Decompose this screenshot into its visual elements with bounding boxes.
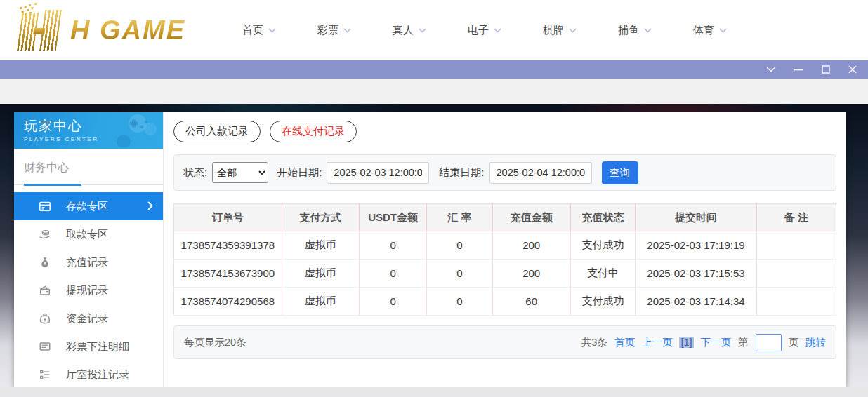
col-remark: 备 注: [756, 204, 836, 231]
chevron-down-icon: [719, 28, 727, 33]
first-page-link[interactable]: 首页: [614, 336, 635, 349]
sidebar-section-finance: 财务中心: [14, 149, 163, 185]
sidebar-item-label: 彩票下注明细: [66, 340, 129, 354]
cell-pay-method: 虚拟币: [282, 288, 359, 316]
window-dropdown-icon[interactable]: [766, 67, 776, 72]
jump-prefix-label: 第: [738, 336, 749, 349]
query-button[interactable]: 查询: [602, 161, 638, 184]
chevron-down-icon: [343, 28, 351, 33]
window-maximize-icon[interactable]: [822, 65, 830, 74]
sidebar-item-funds-record[interactable]: 资金记录: [14, 304, 163, 332]
sidebar-item-deposit-zone[interactable]: 存款专区: [14, 192, 163, 220]
cell-recharge-status: 支付成功: [570, 288, 635, 316]
cell-remark: [756, 260, 836, 288]
cell-usdt-amount: 0: [360, 260, 427, 288]
cell-recharge-amount: 200: [492, 260, 570, 288]
sidebar-item-label: 充值记录: [66, 256, 108, 269]
nav-item-live[interactable]: 真人: [393, 24, 426, 37]
cell-pay-method: 虚拟币: [282, 260, 359, 288]
chevron-down-icon: [268, 28, 276, 33]
col-recharge-status: 充值状态: [570, 204, 635, 231]
tab-online-payment-record[interactable]: 在线支付记录: [270, 121, 357, 142]
cell-recharge-status: 支付成功: [570, 231, 635, 260]
jump-link[interactable]: 跳转: [805, 336, 826, 349]
player-center-panel: 玩家中心 PLAYERS CENTER 财务中心 存款专区 取款专区: [14, 112, 846, 387]
page-background: 玩家中心 PLAYERS CENTER 财务中心 存款专区 取款专区: [0, 104, 868, 397]
cell-usdt-amount: 0: [360, 231, 427, 260]
cell-submit-time: 2025-02-03 17:14:34: [636, 288, 757, 316]
col-submit-time: 提交时间: [636, 204, 757, 231]
cell-pay-method: 虚拟币: [282, 231, 359, 260]
status-select[interactable]: 全部: [212, 162, 268, 183]
sidebar-item-recharge-record[interactable]: 充值记录: [14, 248, 163, 276]
site-header: H GAME 首页 彩票 真人 电子 棋牌: [0, 0, 868, 60]
next-page-link[interactable]: 下一页: [701, 336, 732, 349]
sidebar-item-lottery-bet-detail[interactable]: 彩票下注明细: [14, 332, 163, 361]
sidebar-item-withdrawal-record[interactable]: 提现记录: [14, 276, 163, 304]
sidebar: 玩家中心 PLAYERS CENTER 财务中心 存款专区 取款专区: [14, 112, 164, 387]
start-date-input[interactable]: [327, 162, 429, 184]
sidebar-item-hall-bet-record[interactable]: 厅室投注记录: [14, 361, 163, 389]
nav-label: 彩票: [317, 24, 338, 37]
table-row: 1738574074290568 虚拟币 0 0 60 支付成功 2025-02…: [174, 288, 836, 316]
brand-logo[interactable]: H GAME: [15, 10, 202, 51]
current-page-indicator: [1]: [679, 337, 693, 348]
col-pay-method: 支付方式: [282, 204, 359, 231]
ticket-list-icon: [39, 340, 51, 353]
cell-rate: 0: [427, 288, 492, 316]
nav-item-home[interactable]: 首页: [242, 24, 276, 37]
nav-label: 棋牌: [543, 24, 564, 37]
record-tabs: 公司入款记录 在线支付记录: [173, 121, 836, 142]
table-row: 1738574153673900 虚拟币 0 0 200 支付中 2025-02…: [174, 260, 836, 288]
jump-suffix-label: 页: [789, 336, 799, 349]
page-jump-input[interactable]: [756, 334, 782, 351]
chevron-down-icon: [494, 28, 501, 33]
cell-order-no: 1738574153673900: [174, 260, 282, 288]
nav-item-cards[interactable]: 棋牌: [543, 24, 577, 37]
sidebar-header: 玩家中心 PLAYERS CENTER: [14, 112, 163, 149]
gamepad-icon: [96, 114, 159, 147]
cell-remark: [756, 288, 836, 316]
app-window: H GAME 首页 彩票 真人 电子 棋牌: [0, 0, 868, 397]
list-bullets-icon: [39, 368, 51, 381]
nav-item-sports[interactable]: 体育: [693, 24, 727, 37]
cell-rate: 0: [427, 231, 492, 260]
cell-submit-time: 2025-02-03 17:19:19: [636, 231, 757, 260]
window-minimize-icon[interactable]: [794, 69, 803, 71]
cell-order-no: 1738574359391378: [174, 231, 282, 260]
purse-icon: [39, 312, 51, 325]
chevron-down-icon: [569, 28, 577, 33]
start-date-label: 开始日期:: [277, 166, 322, 180]
logo-h-icon: [13, 10, 63, 51]
logo-text: H GAME: [70, 15, 185, 46]
pagination-bar: 每页显示20条 共3条 首页 上一页 [1] 下一页 第 页 跳转: [173, 325, 836, 359]
cell-recharge-status: 支付中: [570, 260, 635, 288]
sidebar-item-label: 提现记录: [66, 284, 108, 297]
nav-item-fishing[interactable]: 捕鱼: [618, 24, 652, 37]
window-close-icon[interactable]: [848, 65, 857, 74]
col-order-no: 订单号: [174, 204, 282, 231]
nav-item-lottery[interactable]: 彩票: [317, 24, 351, 37]
prev-page-link[interactable]: 上一页: [642, 336, 673, 349]
col-usdt-amount: USDT金额: [360, 204, 427, 231]
nav-label: 体育: [693, 24, 714, 37]
end-date-input[interactable]: [489, 162, 592, 184]
main-nav: 首页 彩票 真人 电子 棋牌 捕鱼: [242, 24, 727, 37]
nav-label: 真人: [393, 24, 414, 37]
table-header-row: 订单号 支付方式 USDT金额 汇 率 充值金额 充值状态 提交时间 备 注: [174, 204, 836, 231]
window-titlebar: [0, 60, 868, 79]
bottom-strip: [0, 387, 868, 397]
cell-recharge-amount: 60: [492, 288, 570, 316]
total-count-label: 共3条: [581, 336, 607, 349]
sidebar-item-withdraw-zone[interactable]: 取款专区: [14, 220, 163, 248]
col-rate: 汇 率: [427, 204, 492, 231]
tab-company-deposit-record[interactable]: 公司入款记录: [173, 121, 261, 142]
cell-remark: [756, 231, 836, 260]
nav-item-slots[interactable]: 电子: [468, 24, 501, 37]
sidebar-item-label: 存款专区: [66, 200, 108, 213]
money-bag-icon: [39, 256, 51, 269]
chevron-down-icon: [419, 28, 426, 33]
nav-label: 捕鱼: [618, 24, 639, 37]
cell-submit-time: 2025-02-03 17:15:53: [636, 260, 757, 288]
cell-order-no: 1738574074290568: [174, 288, 282, 316]
